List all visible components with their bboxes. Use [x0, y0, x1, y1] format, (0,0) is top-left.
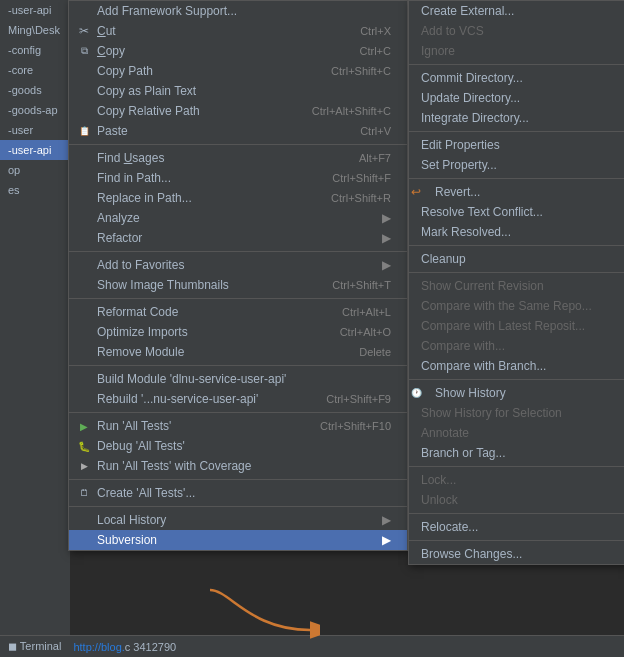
sub-sep-4 [409, 245, 624, 246]
menu-item-paste-label: Paste [97, 124, 336, 138]
sub-menu-item-cleanup[interactable]: Cleanup [409, 249, 624, 269]
menu-item-reformat-shortcut: Ctrl+Alt+L [342, 306, 391, 318]
sidebar-item-2[interactable]: -config [0, 40, 70, 60]
sub-menu-item-lock[interactable]: Lock... [409, 470, 624, 490]
sidebar-item-5[interactable]: -goods-ap [0, 100, 70, 120]
sub-sep-3 [409, 178, 624, 179]
arrow-icon-4: ▶ [382, 513, 391, 527]
sub-menu-item-branch-tag[interactable]: Branch or Tag... [409, 443, 624, 463]
sub-label-add-vcs: Add to VCS [421, 24, 615, 38]
sidebar: -user-api Ming\Desk -config -core -goods… [0, 0, 70, 657]
menu-item-find-path[interactable]: Find in Path... Ctrl+Shift+F [69, 168, 407, 188]
menu-item-copy[interactable]: ⧉ Copy Ctrl+C [69, 41, 407, 61]
menu-item-find-path-shortcut: Ctrl+Shift+F [332, 172, 391, 184]
sub-menu-item-revert[interactable]: ↩ Revert... [409, 182, 624, 202]
menu-item-build-module[interactable]: Build Module 'dlnu-service-user-api' [69, 369, 407, 389]
menu-item-add-framework-label: Add Framework Support... [97, 4, 391, 18]
menu-item-reformat[interactable]: Reformat Code Ctrl+Alt+L [69, 302, 407, 322]
menu-item-add-framework[interactable]: Add Framework Support... [69, 1, 407, 21]
sub-label-set-prop: Set Property... [421, 158, 615, 172]
sidebar-item-9[interactable]: es [0, 180, 70, 200]
terminal-label[interactable]: ◼ Terminal [8, 640, 61, 653]
sub-menu-item-compare-same[interactable]: Compare with the Same Repo... [409, 296, 624, 316]
sub-menu-item-compare-branch[interactable]: Compare with Branch... [409, 356, 624, 376]
sub-menu-item-current-rev[interactable]: Show Current Revision [409, 276, 624, 296]
menu-item-paste[interactable]: 📋 Paste Ctrl+V [69, 121, 407, 141]
menu-item-refactor[interactable]: Refactor ▶ [69, 228, 407, 248]
sub-sep-8 [409, 513, 624, 514]
sidebar-item-1[interactable]: Ming\Desk [0, 20, 70, 40]
menu-item-remove-module[interactable]: Remove Module Delete [69, 342, 407, 362]
sub-label-unlock: Unlock [421, 493, 615, 507]
bottom-url: http://blog. [73, 641, 124, 653]
revert-icon: ↩ [411, 185, 421, 199]
menu-item-optimize-shortcut: Ctrl+Alt+O [340, 326, 391, 338]
sidebar-item-6[interactable]: -user [0, 120, 70, 140]
sub-menu-item-resolve-conflict[interactable]: Resolve Text Conflict... [409, 202, 624, 222]
menu-item-rebuild-module[interactable]: Rebuild '...nu-service-user-api' Ctrl+Sh… [69, 389, 407, 409]
sub-menu-item-integrate[interactable]: Integrate Directory... [409, 108, 624, 128]
sub-sep-5 [409, 272, 624, 273]
menu-item-run-tests-label: Run 'All Tests' [97, 419, 296, 433]
sub-menu-item-mark-resolved[interactable]: Mark Resolved... [409, 222, 624, 242]
menu-item-paste-shortcut: Ctrl+V [360, 125, 391, 137]
create-icon: 🗒 [75, 488, 93, 498]
menu-item-optimize[interactable]: Optimize Imports Ctrl+Alt+O [69, 322, 407, 342]
menu-item-favorites-label: Add to Favorites [97, 258, 374, 272]
menu-item-copy-relative-shortcut: Ctrl+Alt+Shift+C [312, 105, 391, 117]
sub-menu-item-commit[interactable]: Commit Directory... [409, 68, 624, 88]
menu-item-optimize-label: Optimize Imports [97, 325, 316, 339]
menu-item-replace-path[interactable]: Replace in Path... Ctrl+Shift+R [69, 188, 407, 208]
sub-menu-item-unlock[interactable]: Unlock [409, 490, 624, 510]
sidebar-item-3[interactable]: -core [0, 60, 70, 80]
sub-menu-item-add-vcs[interactable]: Add to VCS [409, 21, 624, 41]
menu-item-local-history[interactable]: Local History ▶ [69, 510, 407, 530]
sub-menu-item-update[interactable]: Update Directory... [409, 88, 624, 108]
menu-item-run-coverage[interactable]: ▶ Run 'All Tests' with Coverage [69, 456, 407, 476]
sub-menu-item-relocate[interactable]: Relocate... [409, 517, 624, 537]
sub-label-annotate: Annotate [421, 426, 615, 440]
menu-item-refactor-label: Refactor [97, 231, 374, 245]
coverage-icon: ▶ [75, 461, 93, 471]
sub-menu-item-history-selection[interactable]: Show History for Selection [409, 403, 624, 423]
sub-menu-item-browse-changes[interactable]: Browse Changes... [409, 544, 624, 564]
menu-item-cut-label: Cut [97, 24, 336, 38]
sub-label-history-selection: Show History for Selection [421, 406, 615, 420]
sidebar-item-8[interactable]: op [0, 160, 70, 180]
menu-item-find-path-label: Find in Path... [97, 171, 308, 185]
sub-menu-item-set-prop[interactable]: Set Property... [409, 155, 624, 175]
menu-item-analyze[interactable]: Analyze ▶ [69, 208, 407, 228]
menu-item-copy-plain[interactable]: Copy as Plain Text [69, 81, 407, 101]
sidebar-item-0[interactable]: -user-api [0, 0, 70, 20]
menu-item-debug-tests[interactable]: 🐛 Debug 'All Tests' [69, 436, 407, 456]
menu-item-replace-path-label: Replace in Path... [97, 191, 307, 205]
menu-item-create-tests[interactable]: 🗒 Create 'All Tests'... [69, 483, 407, 503]
menu-item-favorites[interactable]: Add to Favorites ▶ [69, 255, 407, 275]
cut-icon: ✂ [75, 24, 93, 38]
menu-item-copy-relative[interactable]: Copy Relative Path Ctrl+Alt+Shift+C [69, 101, 407, 121]
menu-item-run-tests[interactable]: ▶ Run 'All Tests' Ctrl+Shift+F10 [69, 416, 407, 436]
arrow-icon-3: ▶ [382, 258, 391, 272]
separator-3 [69, 298, 407, 299]
sub-menu-item-compare-latest[interactable]: Compare with Latest Reposit... [409, 316, 624, 336]
menu-item-subversion[interactable]: Subversion ▶ [69, 530, 407, 550]
sidebar-item-4[interactable]: -goods [0, 80, 70, 100]
separator-2 [69, 251, 407, 252]
sub-menu-item-annotate[interactable]: Annotate [409, 423, 624, 443]
menu-item-copy-path[interactable]: Copy Path Ctrl+Shift+C [69, 61, 407, 81]
menu-item-create-tests-label: Create 'All Tests'... [97, 486, 391, 500]
sub-menu-item-ignore[interactable]: Ignore [409, 41, 624, 61]
subversion-arrow-indicator [200, 580, 320, 643]
sidebar-item-7[interactable]: -user-api [0, 140, 70, 160]
sub-menu-item-show-history[interactable]: 🕐 Show History [409, 383, 624, 403]
sub-sep-9 [409, 540, 624, 541]
menu-item-cut[interactable]: ✂ Cut Ctrl+X [69, 21, 407, 41]
sub-menu-item-create-external[interactable]: Create External... [409, 1, 624, 21]
menu-item-show-image[interactable]: Show Image Thumbnails Ctrl+Shift+T [69, 275, 407, 295]
menu-item-find-usages[interactable]: Find Usages Alt+F7 [69, 148, 407, 168]
sub-menu-item-edit-props[interactable]: Edit Properties [409, 135, 624, 155]
sub-context-menu: Create External... Add to VCS Ignore Com… [408, 0, 624, 565]
sub-label-resolve-conflict: Resolve Text Conflict... [421, 205, 615, 219]
sub-menu-item-compare-with[interactable]: Compare with... [409, 336, 624, 356]
debug-icon: 🐛 [75, 441, 93, 452]
